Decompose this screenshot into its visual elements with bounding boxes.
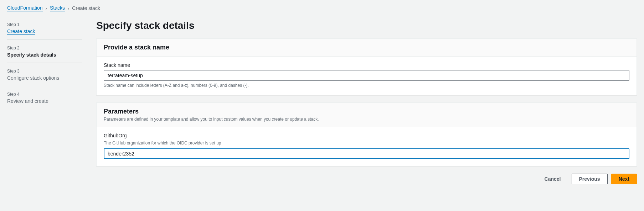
breadcrumb-stacks[interactable]: Stacks	[50, 5, 65, 11]
step-label: Step 4	[7, 92, 82, 97]
page-title: Specify stack details	[96, 20, 637, 31]
stack-name-hint: Stack name can include letters (A-Z and …	[104, 83, 629, 88]
step-1[interactable]: Step 1 Create stack	[7, 20, 82, 40]
main-content: Specify stack details Provide a stack na…	[96, 20, 637, 184]
step-title: Specify stack details	[7, 52, 82, 58]
panel-subtitle: Parameters are defined in your template …	[104, 117, 629, 122]
step-title: Configure stack options	[7, 75, 82, 81]
panel-header: Provide a stack name	[97, 39, 637, 57]
panel-header: Parameters Parameters are defined in you…	[97, 103, 637, 127]
step-label: Step 2	[7, 46, 82, 51]
step-3: Step 3 Configure stack options	[7, 67, 82, 86]
stack-name-input[interactable]	[104, 70, 629, 81]
footer-buttons: Cancel Previous Next	[96, 174, 637, 184]
stack-name-panel: Provide a stack name Stack name Stack na…	[96, 38, 637, 95]
breadcrumb-cloudformation[interactable]: CloudFormation	[7, 5, 43, 11]
step-4: Step 4 Review and create	[7, 90, 82, 109]
stack-name-label: Stack name	[104, 62, 629, 68]
panel-title: Parameters	[104, 108, 629, 115]
step-label: Step 1	[7, 22, 82, 27]
githuborg-label: GithubOrg	[104, 133, 629, 138]
panel-title: Provide a stack name	[104, 44, 629, 51]
cancel-button[interactable]: Cancel	[537, 174, 568, 184]
chevron-right-icon: ›	[68, 6, 69, 11]
step-label: Step 3	[7, 69, 82, 74]
next-button[interactable]: Next	[611, 174, 637, 184]
githuborg-input[interactable]	[104, 148, 629, 159]
parameters-panel: Parameters Parameters are defined in you…	[96, 102, 637, 167]
githuborg-desc: The GitHub organization for which the OI…	[104, 141, 629, 146]
step-title[interactable]: Create stack	[7, 28, 35, 35]
step-2: Step 2 Specify stack details	[7, 43, 82, 63]
step-title: Review and create	[7, 98, 82, 104]
breadcrumb: CloudFormation › Stacks › Create stack	[7, 5, 637, 11]
breadcrumb-current: Create stack	[72, 5, 100, 11]
previous-button[interactable]: Previous	[572, 174, 608, 184]
wizard-sidebar: Step 1 Create stack Step 2 Specify stack…	[7, 20, 82, 184]
chevron-right-icon: ›	[46, 6, 47, 11]
